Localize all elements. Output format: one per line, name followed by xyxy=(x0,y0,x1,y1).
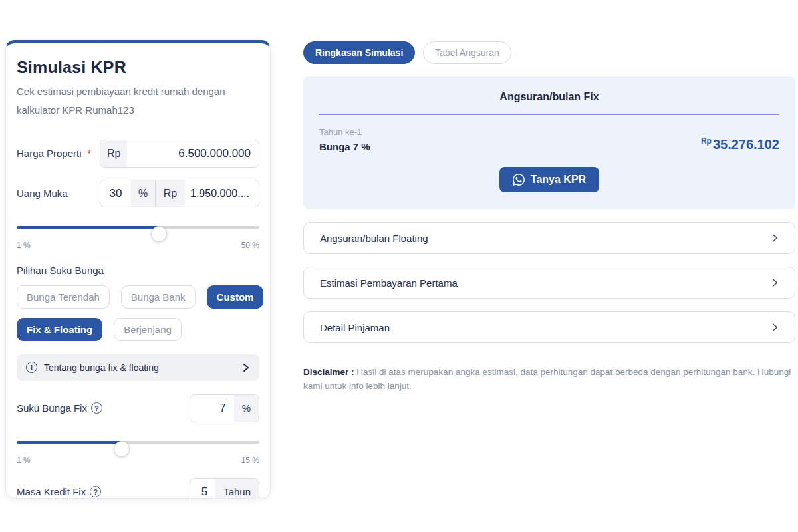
pilihan-suku-bunga-label: Pilihan Suku Bunga xyxy=(17,265,259,276)
monthly-installment-amount: Rp35.276.102 xyxy=(701,136,779,152)
tanya-kpr-label: Tanya KPR xyxy=(531,174,586,186)
currency-prefix: Rp xyxy=(156,180,185,207)
info-icon: i xyxy=(26,362,37,373)
slider-max-label: 15 % xyxy=(241,456,259,465)
accordion-label: Angsuran/bulan Floating xyxy=(320,233,428,244)
uang-muka-input[interactable]: 30 % Rp 1.950.000.... xyxy=(100,180,259,207)
suku-bunga-fix-value[interactable]: 7 xyxy=(190,395,234,422)
tahun-unit: Tahun xyxy=(215,479,259,499)
slider-min-label: 1 % xyxy=(17,456,31,465)
percent-unit: % xyxy=(131,180,155,207)
harga-properti-input[interactable]: Rp 6.500.000.000 xyxy=(100,140,259,168)
slider-max-label: 50 % xyxy=(241,241,259,250)
tanya-kpr-button[interactable]: Tanya KPR xyxy=(499,167,599,192)
summary-card-title: Angsuran/bulan Fix xyxy=(319,91,779,103)
masa-kredit-fix-input[interactable]: 5 Tahun xyxy=(190,478,259,499)
masa-kredit-fix-row: Masa Kredit Fix ? 5 Tahun xyxy=(17,478,259,499)
period-label: Tahun ke-1 xyxy=(319,127,370,137)
help-icon[interactable]: ? xyxy=(91,402,102,414)
summary-left: Tahun ke-1 Bunga 7 % xyxy=(319,127,370,152)
help-icon[interactable]: ? xyxy=(90,486,101,497)
harga-properti-value[interactable]: 6.500.000.000 xyxy=(127,140,259,167)
uang-muka-slider[interactable] xyxy=(17,219,259,235)
suku-bunga-slider-range: 1 % 15 % xyxy=(17,456,259,465)
accordion-label: Estimasi Pembayaran Pertama xyxy=(320,277,458,289)
page-subtitle: Cek estimasi pembiayaan kredit rumah den… xyxy=(17,82,236,120)
masa-kredit-fix-value[interactable]: 5 xyxy=(190,479,215,499)
simulation-results-panel: Ringkasan Simulasi Tabel Angsuran Angsur… xyxy=(303,41,795,394)
required-asterisk: * xyxy=(88,148,91,159)
currency-prefix: Rp xyxy=(100,140,127,167)
uang-muka-amount-value[interactable]: 1.950.000.... xyxy=(185,180,259,207)
suku-bunga-fix-input[interactable]: 7 % xyxy=(190,394,259,422)
uang-muka-row: Uang Muka 30 % Rp 1.950.000.... xyxy=(17,180,259,207)
accordion-label: Detail Pinjaman xyxy=(320,322,390,333)
suku-bunga-fix-row: Suku Bunga Fix ? 7 % xyxy=(17,394,259,422)
custom-button[interactable]: Custom xyxy=(207,285,264,309)
accordion-angsuran-floating[interactable]: Angsuran/bulan Floating xyxy=(303,222,795,254)
slider-fill xyxy=(17,441,122,444)
bunga-bank-button[interactable]: Bunga Bank xyxy=(121,285,196,309)
uang-muka-percent-value[interactable]: 30 xyxy=(100,180,131,207)
slider-fill xyxy=(17,226,159,229)
harga-properti-row: Harga Properti* Rp 6.500.000.000 xyxy=(17,140,259,168)
results-tabs: Ringkasan Simulasi Tabel Angsuran xyxy=(303,41,795,64)
fix-floating-button[interactable]: Fix & Floating xyxy=(17,318,102,341)
summary-divider xyxy=(319,114,779,115)
masa-kredit-fix-label: Masa Kredit Fix ? xyxy=(17,486,101,497)
simulasi-kpr-card: Simulasi KPR Cek estimasi pembiayaan kre… xyxy=(5,40,271,499)
berjenjang-button[interactable]: Berjenjang xyxy=(114,318,182,341)
rate-option-buttons: Bunga Terendah Bunga Bank Custom xyxy=(17,285,259,309)
rate-type-buttons: Fix & Floating Berjenjang xyxy=(17,318,259,341)
currency-superscript: Rp xyxy=(701,136,712,146)
slider-min-label: 1 % xyxy=(17,241,31,250)
harga-properti-label: Harga Properti* xyxy=(17,148,91,159)
bunga-terendah-button[interactable]: Bunga Terendah xyxy=(17,285,110,309)
cta-wrap: Tanya KPR xyxy=(319,167,779,192)
uang-muka-slider-range: 1 % 50 % xyxy=(17,241,259,250)
suku-bunga-fix-label: Suku Bunga Fix ? xyxy=(17,402,102,414)
suku-bunga-fix-slider[interactable] xyxy=(17,434,259,450)
kpr-simulation-page: Simulasi KPR Cek estimasi pembiayaan kre… xyxy=(0,0,798,532)
accordion-detail-pinjaman[interactable]: Detail Pinjaman xyxy=(303,311,795,343)
chevron-right-icon xyxy=(771,278,779,287)
slider-thumb[interactable] xyxy=(114,441,130,457)
page-title: Simulasi KPR xyxy=(17,58,259,77)
chevron-right-icon xyxy=(771,323,779,332)
slider-thumb[interactable] xyxy=(151,226,167,242)
tab-ringkasan-simulasi[interactable]: Ringkasan Simulasi xyxy=(303,41,415,64)
summary-body: Tahun ke-1 Bunga 7 % Rp35.276.102 xyxy=(319,127,779,152)
uang-muka-label: Uang Muka xyxy=(17,188,68,199)
accordion-estimasi-pembayaran-pertama[interactable]: Estimasi Pembayaran Pertama xyxy=(303,267,795,299)
tab-tabel-angsuran[interactable]: Tabel Angsuran xyxy=(423,41,511,64)
angsuran-fix-summary-card: Angsuran/bulan Fix Tahun ke-1 Bunga 7 % … xyxy=(303,76,795,209)
info-banner-label: Tentang bunga fix & floating xyxy=(44,362,235,373)
disclaimer-text: Disclaimer : Hasil di atas merupakan ang… xyxy=(303,366,792,394)
fix-floating-info-banner[interactable]: i Tentang bunga fix & floating xyxy=(17,354,259,381)
disclaimer-label: Disclaimer : xyxy=(303,367,354,377)
percent-unit: % xyxy=(234,395,259,422)
chevron-right-icon xyxy=(771,233,779,243)
whatsapp-icon xyxy=(513,174,525,186)
chevron-right-icon xyxy=(242,363,250,372)
rate-label: Bunga 7 % xyxy=(319,141,370,152)
